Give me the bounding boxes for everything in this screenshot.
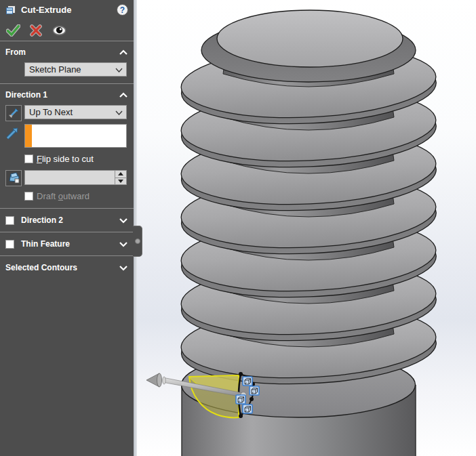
stepper-buttons (115, 171, 126, 184)
section-direction2-label: Direction 2 (21, 215, 119, 225)
flip-side-to-cut-checkbox[interactable] (24, 154, 33, 163)
section-direction1-label: Direction 1 (5, 90, 119, 100)
stepper-up-button[interactable] (115, 171, 126, 178)
relation-badge-icon (243, 377, 252, 386)
preview-button[interactable] (52, 23, 66, 38)
graphics-viewport[interactable] (137, 0, 476, 456)
panel-splitter[interactable] (133, 226, 142, 257)
chevron-up-icon (119, 92, 128, 98)
chevron-down-icon (119, 241, 128, 247)
solidworks-window: Cut-Extrude ? (0, 0, 476, 456)
ok-button[interactable] (5, 23, 20, 38)
chevron-down-icon (119, 217, 128, 224)
model-top-face[interactable] (201, 10, 416, 82)
direction2-checkbox[interactable] (5, 216, 14, 225)
eye-icon (52, 25, 66, 36)
triangle-up-icon (118, 172, 123, 175)
flip-side-to-cut-label: Flip side to cut (37, 154, 94, 164)
property-manager-header: Cut-Extrude ? (0, 0, 134, 20)
section-from: From Sketch Plane (0, 41, 134, 83)
stepper-down-button[interactable] (115, 178, 126, 185)
section-from-header[interactable]: From (5, 46, 128, 58)
thin-feature-checkbox[interactable] (5, 240, 14, 249)
section-thin-feature-label: Thin Feature (21, 239, 119, 249)
page-title: Cut-Extrude (21, 5, 117, 15)
section-from-label: From (5, 47, 119, 57)
relation-badge-icon (243, 405, 252, 413)
draft-icon (7, 172, 20, 184)
draft-angle-stepper[interactable] (24, 170, 127, 185)
end-condition-dropdown[interactable]: Up To Next (24, 105, 127, 119)
x-icon (30, 24, 42, 37)
checkmark-icon (6, 24, 20, 37)
property-manager-toolbar (0, 20, 134, 41)
draft-button[interactable] (5, 170, 22, 186)
relation-badge-icon (236, 395, 245, 404)
reverse-direction-button[interactable] (5, 105, 22, 121)
active-selection-indicator (25, 125, 33, 147)
end-condition-value: Up To Next (29, 107, 73, 117)
chevron-down-icon (119, 265, 128, 271)
relation-badge-icon (250, 386, 259, 395)
draft-outward-checkbox[interactable] (24, 192, 33, 201)
direction-reference-selection-box[interactable] (24, 124, 127, 148)
chevron-up-icon (119, 49, 128, 56)
section-direction1: Direction 1 (0, 84, 134, 208)
splitter-handle-icon (135, 239, 140, 244)
model-thread-stack[interactable] (180, 10, 438, 389)
section-selected-contours-label: Selected Contours (5, 263, 119, 272)
chevron-down-icon (115, 68, 123, 72)
chevron-down-icon (115, 110, 123, 115)
direction-reference-icon (5, 127, 19, 140)
section-selected-contours-header[interactable]: Selected Contours (0, 256, 134, 279)
triangle-down-icon (118, 180, 123, 183)
section-direction2-header[interactable]: Direction 2 (0, 209, 134, 232)
section-thin-feature-header[interactable]: Thin Feature (0, 232, 134, 255)
start-condition-value: Sketch Plane (29, 64, 81, 75)
draft-outward-label: Draft outward (37, 191, 90, 201)
help-icon[interactable]: ? (117, 4, 128, 16)
reverse-direction-icon (7, 107, 20, 119)
section-direction1-header[interactable]: Direction 1 (5, 89, 128, 101)
property-manager-panel: Cut-Extrude ? (0, 0, 134, 456)
start-condition-dropdown[interactable]: Sketch Plane (24, 62, 127, 77)
cancel-button[interactable] (28, 23, 43, 38)
3d-model-canvas[interactable] (137, 0, 476, 456)
cut-extrude-icon (5, 5, 16, 16)
